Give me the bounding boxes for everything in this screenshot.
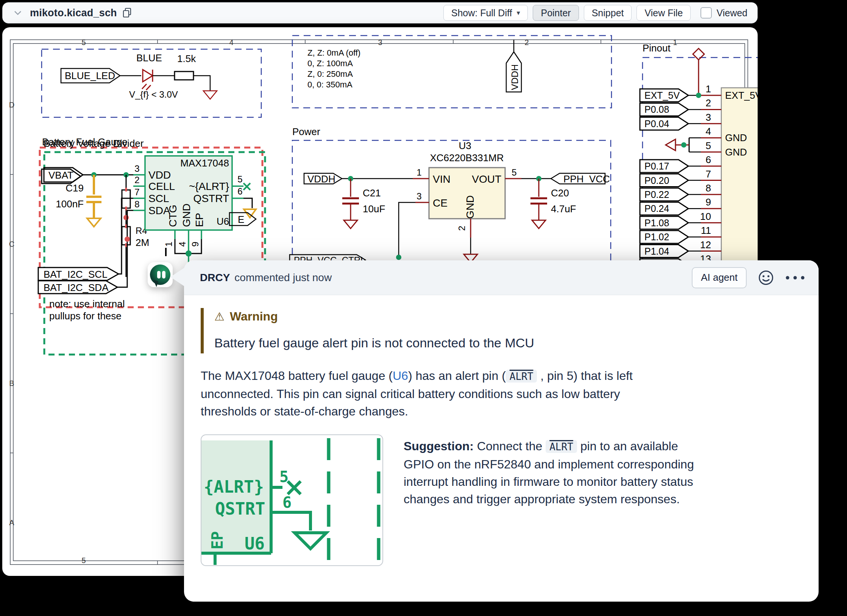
file-header-bar: mikoto.kicad_sch Show: Full Diff ▾ Point… bbox=[2, 2, 758, 23]
led-symbol bbox=[142, 70, 153, 90]
gold-gnd-symbol bbox=[244, 209, 256, 218]
pinout-pin-number: 2 bbox=[706, 97, 711, 109]
view-file-button[interactable]: View File bbox=[636, 5, 691, 21]
grid-number: 2 bbox=[524, 38, 529, 47]
svg-text:C21: C21 bbox=[363, 187, 381, 199]
c19-ref: C19 bbox=[66, 182, 84, 194]
pinout-net-flag-label: P0.20 bbox=[644, 175, 669, 186]
text-fragment: , pin 5) that is left bbox=[537, 369, 633, 383]
pointer-button[interactable]: Pointer bbox=[533, 5, 579, 21]
pinout-pin-number: 9 bbox=[706, 196, 711, 208]
text-fragment: Connect the bbox=[474, 439, 546, 453]
grid-letter: A bbox=[9, 518, 14, 527]
screen: mikoto.kicad_sch Show: Full Diff ▾ Point… bbox=[0, 0, 847, 616]
c19-capacitor bbox=[86, 175, 101, 227]
svg-text:2: 2 bbox=[134, 175, 139, 185]
pinout-net-flag-label: P0.04 bbox=[644, 118, 669, 129]
text-fragment: pin to an available bbox=[577, 439, 678, 453]
show-diff-dropdown[interactable]: Show: Full Diff ▾ bbox=[443, 5, 528, 21]
text-fragment: The MAX17048 battery fuel gauge ( bbox=[201, 369, 393, 383]
snippet-label: Snippet bbox=[592, 8, 624, 19]
u6-ref: U6 bbox=[217, 216, 229, 227]
svg-text:QSTRT: QSTRT bbox=[193, 193, 229, 204]
r4-value: 2M bbox=[136, 237, 149, 248]
ai-agent-button[interactable]: AI agent bbox=[692, 267, 747, 288]
pinout-pin-number: 6 bbox=[706, 154, 711, 165]
blue-led-net-flag: BLUE_LED bbox=[65, 70, 115, 81]
alrt-code-chip: ALRT bbox=[506, 370, 537, 383]
bat-i2c-scl-flag: BAT_I2C_SCL bbox=[44, 269, 108, 280]
smiley-icon bbox=[758, 270, 774, 286]
text-fragment: ) has an alert pin ( bbox=[408, 369, 506, 383]
current-mode-note: 0, Z: 100mA bbox=[307, 59, 353, 68]
grid-letter: C bbox=[9, 240, 14, 248]
svg-text:7: 7 bbox=[134, 187, 139, 197]
snippet-alrt-pin: {ALRT} bbox=[204, 477, 264, 496]
power-section-label: Power bbox=[292, 126, 320, 137]
pinout-pin-number: 7 bbox=[706, 168, 711, 180]
divider-resistors bbox=[122, 175, 130, 277]
text-fragment: changes and trigger appropriate system r… bbox=[404, 492, 680, 506]
svg-text:C20: C20 bbox=[551, 187, 569, 199]
c20-capacitor bbox=[530, 179, 547, 229]
svg-text:1: 1 bbox=[164, 242, 174, 247]
copy-icon[interactable] bbox=[122, 8, 132, 18]
svg-text:2: 2 bbox=[457, 226, 467, 231]
pinout-net-flag-label: P0.24 bbox=[644, 203, 669, 214]
pinout-net-flag-label: P1.08 bbox=[644, 218, 669, 228]
warning-label: Warning bbox=[230, 310, 278, 324]
grid-number: 1 bbox=[673, 38, 677, 47]
snippet-qstrt-pin: QSTRT bbox=[215, 499, 265, 518]
finding-paragraph: The MAX17048 battery fuel gauge (U6) has… bbox=[201, 367, 802, 420]
suggestion-paragraph: Suggestion: Connect the ALRT pin to an a… bbox=[404, 434, 694, 566]
vbat-flag: VBAT bbox=[42, 168, 83, 184]
pph-vcc-flag: PPH_VCC bbox=[563, 173, 610, 185]
file-title: mikoto.kicad_sch bbox=[30, 7, 117, 19]
more-options-button[interactable] bbox=[785, 275, 805, 280]
pinout-net-flag-label: P0.08 bbox=[644, 104, 669, 115]
snippet-ep-pin: EP bbox=[209, 531, 226, 549]
battery-title-old: Battery Voltage Divider bbox=[44, 138, 144, 149]
pinout-pin-number: 11 bbox=[701, 225, 711, 236]
comment-body: ⚠ Warning Battery fuel gauge alert pin i… bbox=[184, 295, 819, 566]
led-resistor-value: 1.5k bbox=[177, 53, 196, 64]
svg-text:3: 3 bbox=[416, 191, 421, 201]
led-color-label: BLUE bbox=[136, 52, 162, 64]
comment-header: DRCY commented just now AI agent bbox=[184, 260, 819, 295]
show-diff-label: Show: Full Diff bbox=[451, 8, 512, 19]
viewed-control: Viewed bbox=[700, 7, 747, 19]
text-fragment: unconnected. This pin can signal critica… bbox=[201, 387, 620, 401]
connector-pin-label: GND bbox=[725, 132, 747, 143]
chat-bubble-logo bbox=[150, 264, 170, 285]
warning-title: Battery fuel gauge alert pin is not conn… bbox=[214, 336, 802, 350]
vbat-label: VBAT bbox=[48, 170, 73, 181]
text-fragment: thresholds or state-of-charge changes. bbox=[201, 404, 408, 418]
text-fragment: GPIO on the nRF52840 and implement corre… bbox=[404, 457, 694, 471]
svg-text:9: 9 bbox=[190, 242, 200, 247]
collapse-chevron-icon[interactable] bbox=[14, 11, 22, 15]
emoji-reaction-button[interactable] bbox=[758, 270, 774, 286]
vddh-power-flag: VDDH bbox=[307, 173, 335, 185]
current-mode-note: 0, 0: 350mA bbox=[307, 80, 353, 89]
pinout-section-label: Pinout bbox=[643, 42, 671, 54]
pullup-note-2: pullups for these bbox=[49, 310, 122, 322]
suggestion-label: Suggestion: bbox=[404, 439, 474, 453]
svg-text:6: 6 bbox=[237, 186, 242, 196]
viewed-checkbox[interactable] bbox=[700, 7, 712, 19]
u6-link[interactable]: U6 bbox=[393, 369, 408, 383]
svg-text:5: 5 bbox=[512, 167, 516, 177]
pinout-net-flag-label: P1.04 bbox=[644, 246, 669, 257]
pinout-net-flag-label: P0.22 bbox=[644, 189, 669, 200]
svg-text:VDD: VDD bbox=[148, 169, 171, 181]
svg-text:E: E bbox=[238, 214, 244, 225]
svg-text:1: 1 bbox=[416, 167, 421, 177]
comment-card: DRCY commented just now AI agent bbox=[184, 260, 819, 602]
pinout-net-flag-label: P0.17 bbox=[644, 161, 669, 171]
vddh-hanging-flag: VDDH bbox=[506, 40, 521, 92]
pinout-pin-number: 3 bbox=[706, 112, 711, 123]
snippet-button[interactable]: Snippet bbox=[584, 5, 632, 21]
svg-text:10uF: 10uF bbox=[363, 203, 385, 215]
grid-number: 4 bbox=[229, 38, 233, 47]
svg-text:5: 5 bbox=[237, 174, 242, 184]
comment-card-tail bbox=[170, 266, 186, 288]
